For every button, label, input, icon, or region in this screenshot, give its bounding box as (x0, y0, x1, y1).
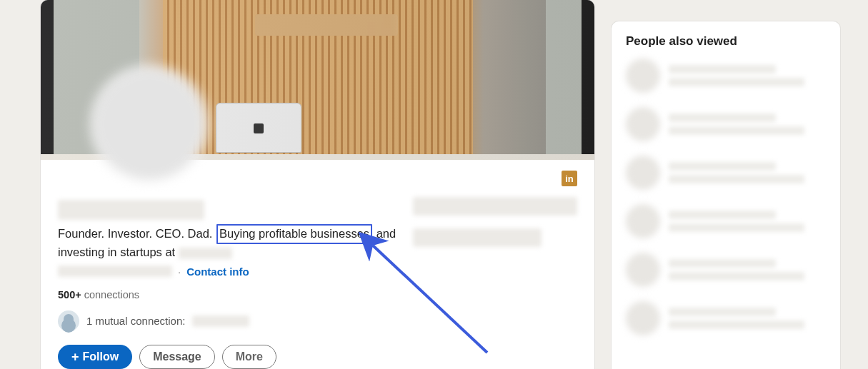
avatar (626, 156, 660, 190)
people-also-viewed-list (626, 59, 826, 335)
connections-count: 500+ (58, 289, 81, 300)
avatar (626, 107, 660, 141)
message-label: Message (153, 350, 201, 363)
mutual-label: 1 mutual connection: (86, 315, 185, 327)
profile-name (58, 200, 204, 220)
plus-icon: + (71, 350, 79, 363)
connections-row[interactable]: 500+ connections (58, 289, 577, 300)
connections-label: connections (84, 289, 139, 300)
headline-pre: Founder. Investor. CEO. Dad. (58, 227, 212, 240)
avatar (626, 253, 660, 287)
more-button[interactable]: More (222, 345, 276, 369)
follow-label: Follow (83, 350, 119, 363)
list-item[interactable] (626, 301, 826, 335)
contact-info-link[interactable]: Contact info (186, 266, 249, 278)
current-company[interactable] (413, 197, 577, 216)
profile-actions: + Follow Message More (58, 345, 577, 369)
avatar (626, 204, 660, 238)
profile-card: in Founder. Investor. CEO. Dad. Buying p… (41, 0, 594, 369)
message-button[interactable]: Message (139, 345, 215, 369)
headline-highlight: Buying profitable businesses (216, 224, 372, 244)
avatar (626, 301, 660, 335)
mutual-avatar-icon (58, 310, 79, 332)
mutual-connections-row[interactable]: 1 mutual connection: (58, 310, 577, 332)
more-label: More (236, 350, 263, 363)
follow-button[interactable]: + Follow (58, 345, 132, 369)
mutual-name (192, 315, 249, 327)
profile-headline: Founder. Investor. CEO. Dad. Buying prof… (58, 224, 444, 261)
list-item[interactable] (626, 156, 826, 190)
people-also-viewed-card: People also viewed (612, 21, 840, 369)
list-item[interactable] (626, 107, 826, 141)
separator-dot: · (178, 266, 181, 278)
list-item[interactable] (626, 204, 826, 238)
headline-company (179, 248, 232, 259)
list-item[interactable] (626, 253, 826, 287)
education[interactable] (413, 228, 542, 247)
profile-location (58, 266, 172, 277)
list-item[interactable] (626, 59, 826, 93)
avatar (626, 59, 660, 93)
profile-right-meta (413, 197, 577, 247)
sidebar-title: People also viewed (626, 34, 826, 49)
